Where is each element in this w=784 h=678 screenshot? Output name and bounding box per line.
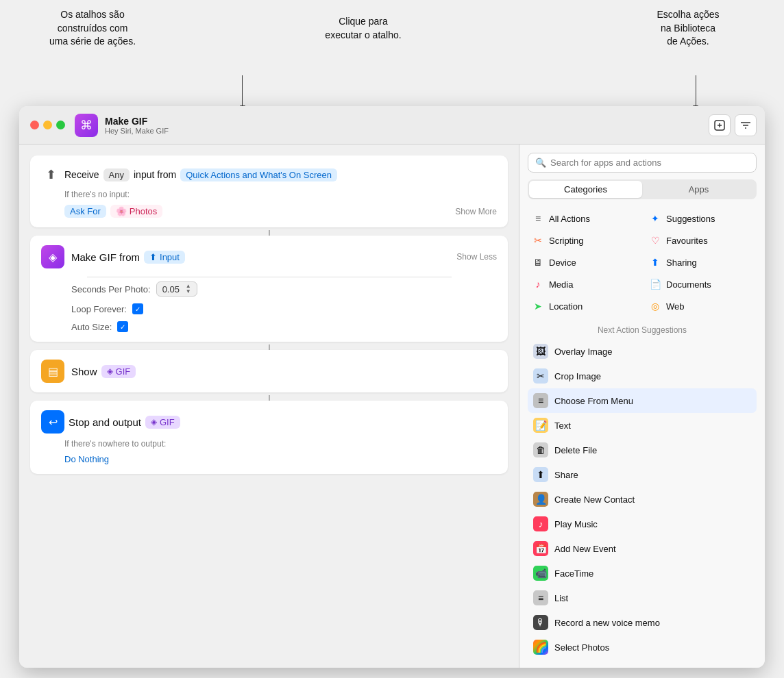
tab-apps[interactable]: Apps [642, 181, 755, 198]
crop-image-icon: ✂ [533, 368, 548, 384]
suggestion-play-music[interactable]: ♪ Play Music [528, 512, 757, 536]
sharing-icon: ⬆ [649, 256, 661, 268]
sharing-label: Sharing [666, 258, 697, 268]
suggestion-choose-from-menu[interactable]: ≡ Choose From Menu [528, 388, 757, 413]
stop-gif-token[interactable]: ◈ GIF [145, 416, 180, 429]
share-icon: ⬆ [533, 467, 548, 482]
app-icon: ⌘ [75, 114, 98, 137]
all-actions-icon: ≡ [532, 212, 544, 225]
suggestion-add-new-event[interactable]: 📅 Add New Event [528, 536, 757, 561]
receive-action-card: ⬆ Receive Any input from Quick Actions a… [30, 155, 508, 227]
make-gif-action-card: ◈ Make GIF from ⬆ Input Show Less Second… [30, 236, 508, 342]
search-icon: 🔍 [535, 158, 546, 168]
category-device[interactable]: 🖥 Device [528, 253, 639, 272]
suggestion-list[interactable]: ≡ List [528, 586, 757, 610]
seconds-value-box[interactable]: 0.05 ▲ ▼ [156, 281, 197, 297]
device-icon: 🖥 [532, 256, 544, 268]
workflow-panel: ⬆ Receive Any input from Quick Actions a… [19, 145, 519, 668]
show-less-button[interactable]: Show Less [456, 252, 497, 262]
suggestion-facetime[interactable]: 📹 FaceTime [528, 561, 757, 586]
category-suggestions[interactable]: ✦ Suggestions [645, 209, 757, 228]
show-title: Show ◈ GIF [71, 365, 136, 378]
ask-for-token[interactable]: Ask For [64, 205, 106, 218]
receive-source-token[interactable]: Quick Actions and What's On Screen [180, 168, 337, 181]
close-button[interactable] [30, 121, 39, 129]
suggestion-crop-image[interactable]: ✂ Crop Image [528, 364, 757, 388]
category-favourites[interactable]: ♡ Favourites [645, 231, 757, 250]
receive-action-row: ⬆ Receive Any input from Quick Actions a… [41, 165, 497, 184]
seconds-stepper[interactable]: ▲ ▼ [186, 284, 191, 294]
stop-icon: ↩ [41, 410, 64, 434]
app-subtitle: Hey Siri, Make GIF [105, 127, 706, 135]
tabs-row: Categories Apps [528, 179, 757, 199]
input-token[interactable]: ⬆ Input [144, 251, 185, 264]
category-media[interactable]: ♪ Media [528, 275, 639, 294]
share-label: Share [554, 470, 578, 480]
suggestion-overlay-image[interactable]: 🖼 Overlay Image [528, 339, 757, 364]
crop-image-label: Crop Image [554, 371, 601, 381]
maximize-button[interactable] [56, 121, 65, 129]
category-documents[interactable]: 📄 Documents [645, 275, 757, 294]
stop-action-row: ↩ Stop and output ◈ GIF [41, 410, 497, 434]
stop-label: Stop and output [69, 416, 141, 428]
filter-button[interactable] [735, 114, 757, 136]
annotation-center: Clique para executar o atalho. [308, 15, 418, 42]
photos-token[interactable]: 🌸 Photos [110, 205, 162, 218]
app-title: Make GIF [105, 116, 706, 127]
record-voice-memo-icon: 🎙 [533, 615, 548, 630]
make-gif-label: Make GIF from [71, 251, 140, 263]
search-input[interactable] [550, 158, 749, 168]
facetime-icon: 📹 [533, 566, 548, 581]
tab-categories[interactable]: Categories [529, 181, 642, 198]
loop-label: Loop Forever: [71, 304, 127, 314]
autosize-checkbox[interactable]: ✓ [117, 321, 128, 332]
autosize-param-row: Auto Size: ✓ [71, 321, 497, 332]
suggestions-list: 🖼 Overlay Image ✂ Crop Image ≡ Choose Fr… [528, 339, 757, 660]
suggestion-create-new-contact[interactable]: 👤 Create New Contact [528, 487, 757, 512]
choose-from-menu-label: Choose From Menu [554, 396, 633, 406]
add-action-button[interactable] [709, 114, 731, 136]
show-gif-token[interactable]: ◈ GIF [101, 365, 136, 378]
connector-1 [269, 230, 270, 236]
divider-1 [87, 277, 452, 277]
scripting-icon: ✂ [532, 234, 544, 247]
show-label: Show [71, 366, 97, 377]
suggestion-select-photos[interactable]: 🌈 Select Photos [528, 635, 757, 660]
make-gif-header: ◈ Make GIF from ⬆ Input Show Less [41, 245, 497, 268]
make-gif-icon: ◈ [41, 245, 64, 268]
category-all-actions[interactable]: ≡ All Actions [528, 209, 639, 228]
category-location[interactable]: ➤ Location [528, 297, 639, 316]
autosize-label: Auto Size: [71, 322, 112, 332]
stop-action-card: ↩ Stop and output ◈ GIF If there's nowhe… [30, 401, 508, 474]
main-content: ⬆ Receive Any input from Quick Actions a… [19, 145, 765, 668]
category-sharing[interactable]: ⬆ Sharing [645, 253, 757, 272]
suggestion-share[interactable]: ⬆ Share [528, 462, 757, 487]
category-web[interactable]: ◎ Web [645, 297, 757, 316]
show-action-card: ▤ Show ◈ GIF [30, 350, 508, 392]
media-label: Media [549, 279, 573, 290]
favourites-icon: ♡ [649, 234, 661, 247]
add-new-event-label: Add New Event [554, 544, 616, 554]
show-icon: ▤ [41, 360, 64, 383]
web-icon: ◎ [649, 300, 661, 312]
suggestion-text[interactable]: 📝 Text [528, 413, 757, 438]
connector-3 [269, 395, 270, 401]
media-icon: ♪ [532, 278, 544, 290]
all-actions-label: All Actions [549, 214, 590, 224]
annotation-left: Os atalhos são construídos com uma série… [21, 8, 164, 49]
record-voice-memo-label: Record a new voice memo [554, 618, 660, 628]
device-label: Device [549, 258, 576, 268]
minimize-button[interactable] [43, 121, 52, 129]
do-nothing-button[interactable]: Do Nothing [64, 454, 109, 464]
show-more-button[interactable]: Show More [455, 207, 497, 216]
create-new-contact-icon: 👤 [533, 492, 548, 507]
do-nothing-row: Do Nothing [64, 454, 497, 464]
loop-checkbox[interactable]: ✓ [132, 303, 143, 314]
suggestion-delete-file[interactable]: 🗑 Delete File [528, 438, 757, 462]
scripting-label: Scripting [549, 236, 584, 246]
suggestion-record-voice-memo[interactable]: 🎙 Record a new voice memo [528, 610, 757, 635]
category-scripting[interactable]: ✂ Scripting [528, 231, 639, 250]
no-input-label: If there's no input: [64, 190, 497, 199]
delete-file-icon: 🗑 [533, 442, 548, 457]
receive-any-token[interactable]: Any [103, 168, 130, 181]
